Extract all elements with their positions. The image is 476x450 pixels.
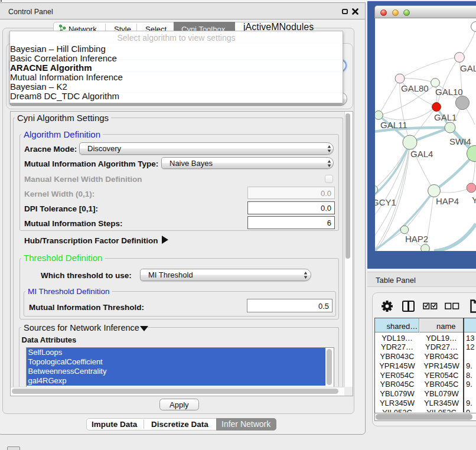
- svg-text:Y: Y: [472, 195, 476, 205]
- svg-text:GAL4: GAL4: [410, 149, 433, 159]
- svg-text:SWI4: SWI4: [449, 136, 471, 146]
- svg-text:GAL: GAL: [460, 63, 476, 73]
- svg-text:GAL10: GAL10: [435, 87, 463, 97]
- svg-text:HAP4: HAP4: [436, 196, 459, 206]
- svg-text:GAL80: GAL80: [401, 83, 429, 93]
- svg-text:GCY1: GCY1: [375, 197, 396, 207]
- svg-text:GAL1: GAL1: [434, 112, 457, 122]
- svg-text:GAL11: GAL11: [380, 120, 407, 130]
- svg-text:HAP2: HAP2: [405, 234, 428, 244]
